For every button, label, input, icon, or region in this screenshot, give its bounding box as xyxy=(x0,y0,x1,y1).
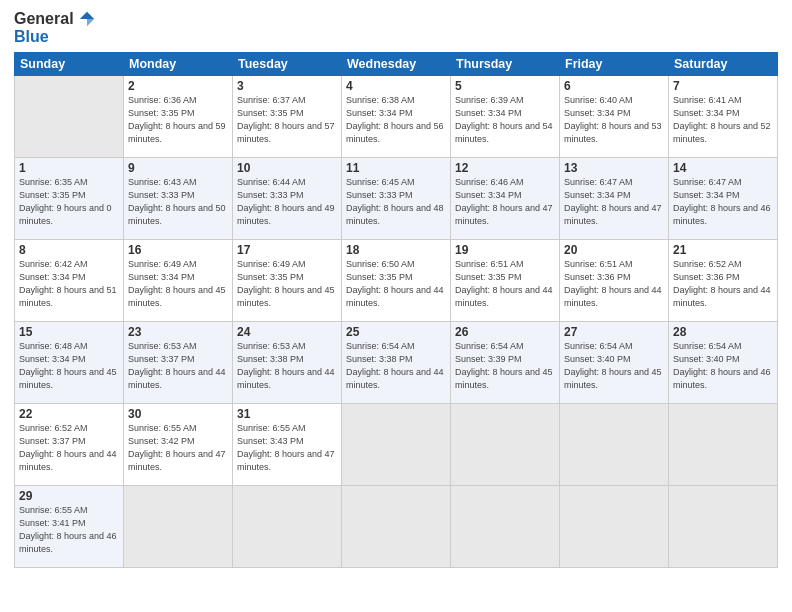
col-friday: Friday xyxy=(560,53,669,76)
day-number: 30 xyxy=(128,407,228,421)
day-info: Sunrise: 6:40 AMSunset: 3:34 PMDaylight:… xyxy=(564,95,662,144)
svg-marker-1 xyxy=(87,19,94,26)
calendar-row-3: 15 Sunrise: 6:48 AMSunset: 3:34 PMDaylig… xyxy=(15,322,778,404)
day-number: 22 xyxy=(19,407,119,421)
day-info: Sunrise: 6:47 AMSunset: 3:34 PMDaylight:… xyxy=(673,177,771,226)
calendar-cell: 13 Sunrise: 6:47 AMSunset: 3:34 PMDaylig… xyxy=(560,158,669,240)
calendar-row-2: 8 Sunrise: 6:42 AMSunset: 3:34 PMDayligh… xyxy=(15,240,778,322)
logo-general-text: General xyxy=(14,10,74,28)
day-number: 29 xyxy=(19,489,119,503)
day-info: Sunrise: 6:39 AMSunset: 3:34 PMDaylight:… xyxy=(455,95,553,144)
day-number: 25 xyxy=(346,325,446,339)
day-info: Sunrise: 6:54 AMSunset: 3:40 PMDaylight:… xyxy=(564,341,662,390)
day-info: Sunrise: 6:54 AMSunset: 3:39 PMDaylight:… xyxy=(455,341,553,390)
day-info: Sunrise: 6:37 AMSunset: 3:35 PMDaylight:… xyxy=(237,95,335,144)
svg-marker-0 xyxy=(79,12,93,19)
calendar-cell: 10 Sunrise: 6:44 AMSunset: 3:33 PMDaylig… xyxy=(233,158,342,240)
day-info: Sunrise: 6:55 AMSunset: 3:42 PMDaylight:… xyxy=(128,423,226,472)
calendar-cell: 8 Sunrise: 6:42 AMSunset: 3:34 PMDayligh… xyxy=(15,240,124,322)
day-info: Sunrise: 6:54 AMSunset: 3:40 PMDaylight:… xyxy=(673,341,771,390)
calendar-cell: 5 Sunrise: 6:39 AMSunset: 3:34 PMDayligh… xyxy=(451,76,560,158)
day-info: Sunrise: 6:54 AMSunset: 3:38 PMDaylight:… xyxy=(346,341,444,390)
calendar-cell: 25 Sunrise: 6:54 AMSunset: 3:38 PMDaylig… xyxy=(342,322,451,404)
day-number: 2 xyxy=(128,79,228,93)
day-info: Sunrise: 6:50 AMSunset: 3:35 PMDaylight:… xyxy=(346,259,444,308)
col-saturday: Saturday xyxy=(669,53,778,76)
logo-blue-text: Blue xyxy=(14,28,49,46)
col-tuesday: Tuesday xyxy=(233,53,342,76)
calendar-cell: 31 Sunrise: 6:55 AMSunset: 3:43 PMDaylig… xyxy=(233,404,342,486)
day-info: Sunrise: 6:52 AMSunset: 3:36 PMDaylight:… xyxy=(673,259,771,308)
day-number: 21 xyxy=(673,243,773,257)
day-number: 11 xyxy=(346,161,446,175)
logo-icon xyxy=(78,10,96,28)
calendar-cell: 14 Sunrise: 6:47 AMSunset: 3:34 PMDaylig… xyxy=(669,158,778,240)
day-number: 10 xyxy=(237,161,337,175)
calendar-cell xyxy=(560,404,669,486)
day-number: 1 xyxy=(19,161,119,175)
day-info: Sunrise: 6:47 AMSunset: 3:34 PMDaylight:… xyxy=(564,177,662,226)
calendar-cell: 1 Sunrise: 6:35 AMSunset: 3:35 PMDayligh… xyxy=(15,158,124,240)
calendar-cell: 27 Sunrise: 6:54 AMSunset: 3:40 PMDaylig… xyxy=(560,322,669,404)
day-number: 16 xyxy=(128,243,228,257)
calendar-header-row: Sunday Monday Tuesday Wednesday Thursday… xyxy=(15,53,778,76)
calendar-cell: 22 Sunrise: 6:52 AMSunset: 3:37 PMDaylig… xyxy=(15,404,124,486)
calendar-cell xyxy=(560,486,669,568)
calendar-cell: 6 Sunrise: 6:40 AMSunset: 3:34 PMDayligh… xyxy=(560,76,669,158)
calendar-cell: 30 Sunrise: 6:55 AMSunset: 3:42 PMDaylig… xyxy=(124,404,233,486)
calendar-cell: 16 Sunrise: 6:49 AMSunset: 3:34 PMDaylig… xyxy=(124,240,233,322)
col-sunday: Sunday xyxy=(15,53,124,76)
day-info: Sunrise: 6:44 AMSunset: 3:33 PMDaylight:… xyxy=(237,177,335,226)
day-number: 4 xyxy=(346,79,446,93)
day-info: Sunrise: 6:46 AMSunset: 3:34 PMDaylight:… xyxy=(455,177,553,226)
calendar-row-1: 1 Sunrise: 6:35 AMSunset: 3:35 PMDayligh… xyxy=(15,158,778,240)
day-number: 13 xyxy=(564,161,664,175)
day-number: 17 xyxy=(237,243,337,257)
day-info: Sunrise: 6:38 AMSunset: 3:34 PMDaylight:… xyxy=(346,95,444,144)
calendar-cell: 18 Sunrise: 6:50 AMSunset: 3:35 PMDaylig… xyxy=(342,240,451,322)
day-number: 9 xyxy=(128,161,228,175)
calendar-cell: 9 Sunrise: 6:43 AMSunset: 3:33 PMDayligh… xyxy=(124,158,233,240)
day-info: Sunrise: 6:45 AMSunset: 3:33 PMDaylight:… xyxy=(346,177,444,226)
calendar-cell xyxy=(342,404,451,486)
calendar-cell: 17 Sunrise: 6:49 AMSunset: 3:35 PMDaylig… xyxy=(233,240,342,322)
day-number: 14 xyxy=(673,161,773,175)
calendar-cell: 2 Sunrise: 6:36 AMSunset: 3:35 PMDayligh… xyxy=(124,76,233,158)
col-monday: Monday xyxy=(124,53,233,76)
calendar-cell: 19 Sunrise: 6:51 AMSunset: 3:35 PMDaylig… xyxy=(451,240,560,322)
day-number: 19 xyxy=(455,243,555,257)
calendar-cell: 28 Sunrise: 6:54 AMSunset: 3:40 PMDaylig… xyxy=(669,322,778,404)
calendar-cell: 12 Sunrise: 6:46 AMSunset: 3:34 PMDaylig… xyxy=(451,158,560,240)
header: General Blue xyxy=(14,10,778,46)
calendar-cell: 29 Sunrise: 6:55 AMSunset: 3:41 PMDaylig… xyxy=(15,486,124,568)
day-info: Sunrise: 6:36 AMSunset: 3:35 PMDaylight:… xyxy=(128,95,226,144)
calendar-cell: 26 Sunrise: 6:54 AMSunset: 3:39 PMDaylig… xyxy=(451,322,560,404)
calendar-cell xyxy=(669,404,778,486)
col-thursday: Thursday xyxy=(451,53,560,76)
page: General Blue Sunday Monday Tuesday Wedne… xyxy=(0,0,792,612)
day-info: Sunrise: 6:51 AMSunset: 3:36 PMDaylight:… xyxy=(564,259,662,308)
calendar-row-5: 29 Sunrise: 6:55 AMSunset: 3:41 PMDaylig… xyxy=(15,486,778,568)
calendar-cell: 23 Sunrise: 6:53 AMSunset: 3:37 PMDaylig… xyxy=(124,322,233,404)
day-number: 26 xyxy=(455,325,555,339)
day-number: 15 xyxy=(19,325,119,339)
day-number: 20 xyxy=(564,243,664,257)
calendar-cell xyxy=(669,486,778,568)
calendar-cell: 11 Sunrise: 6:45 AMSunset: 3:33 PMDaylig… xyxy=(342,158,451,240)
day-info: Sunrise: 6:51 AMSunset: 3:35 PMDaylight:… xyxy=(455,259,553,308)
day-number: 5 xyxy=(455,79,555,93)
day-number: 8 xyxy=(19,243,119,257)
calendar-table: Sunday Monday Tuesday Wednesday Thursday… xyxy=(14,52,778,568)
calendar-cell: 3 Sunrise: 6:37 AMSunset: 3:35 PMDayligh… xyxy=(233,76,342,158)
calendar-row-0: 2 Sunrise: 6:36 AMSunset: 3:35 PMDayligh… xyxy=(15,76,778,158)
day-info: Sunrise: 6:42 AMSunset: 3:34 PMDaylight:… xyxy=(19,259,117,308)
calendar-cell: 21 Sunrise: 6:52 AMSunset: 3:36 PMDaylig… xyxy=(669,240,778,322)
day-info: Sunrise: 6:43 AMSunset: 3:33 PMDaylight:… xyxy=(128,177,226,226)
calendar-cell xyxy=(451,486,560,568)
calendar-cell: 20 Sunrise: 6:51 AMSunset: 3:36 PMDaylig… xyxy=(560,240,669,322)
calendar-cell: 24 Sunrise: 6:53 AMSunset: 3:38 PMDaylig… xyxy=(233,322,342,404)
day-number: 12 xyxy=(455,161,555,175)
day-number: 18 xyxy=(346,243,446,257)
day-info: Sunrise: 6:53 AMSunset: 3:38 PMDaylight:… xyxy=(237,341,335,390)
day-number: 28 xyxy=(673,325,773,339)
